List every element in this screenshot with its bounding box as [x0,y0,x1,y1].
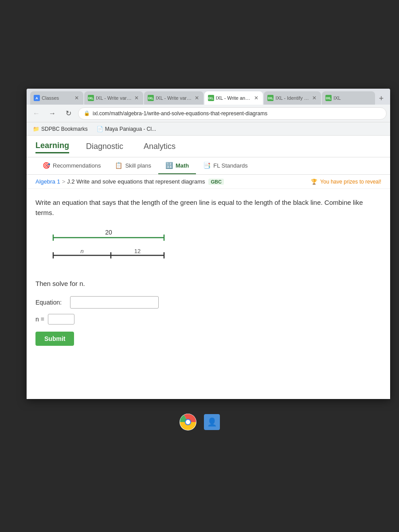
svg-point-11 [186,420,190,424]
tab-title-classes: Classes [42,95,72,101]
bookmark-maya-label: Maya Paniagua - Cl... [105,126,156,132]
tab-favicon-classes: A [34,95,40,101]
skill-plans-icon: 📋 [115,162,122,169]
prize-text: You have prizes to reveal! [320,179,381,185]
diagram-container: 20 n 12 [49,227,381,271]
breadcrumb-skill: J.2 Write and solve equations that repre… [67,178,205,185]
sub-nav-math-label: Math [176,162,189,169]
tab-title-5: IXL - Identify equiva [275,95,309,101]
n-label: n [80,248,83,254]
browser-window: A Classes ✕ IXL IXL - Write variable e ✕… [27,89,390,399]
lock-icon: 🔒 [84,110,90,116]
nav-tab-learning[interactable]: Learning [35,139,69,153]
tab-ixl-6[interactable]: IXL IXL [322,91,375,105]
tab-classes[interactable]: A Classes ✕ [30,91,83,105]
math-icon: 🔢 [165,162,173,169]
sub-nav-recommendations[interactable]: 🎯 Recommendations [35,157,108,174]
ixl-top-nav: Learning Diagnostic Analytics [27,136,390,157]
tab-ixl-2[interactable]: IXL IXL - Write variable e ✕ [84,91,143,105]
breadcrumb-course-link[interactable]: Algebra 1 [35,178,60,185]
tab-favicon-5: IXL [267,95,274,101]
nav-tab-analytics[interactable]: Analytics [140,140,179,153]
tab-close-3[interactable]: ✕ [194,94,200,102]
equation-area: Equation: n = Submit [35,296,381,346]
tab-title-6: IXL [333,95,372,101]
tab-title-2: IXL - Write variable e [96,95,132,101]
tab-close-5[interactable]: ✕ [311,94,317,102]
chrome-taskbar-icon[interactable] [179,413,197,431]
problem-area: Write an equation that says that the len… [27,189,390,355]
tab-favicon-6: IXL [325,95,332,101]
fl-standards-icon: 📑 [203,162,211,169]
forward-button[interactable]: → [46,107,59,120]
tab-favicon-2: IXL [88,95,94,101]
prize-icon: 🏆 [311,179,317,185]
bookmark-sdpbc-icon: 📁 [33,126,39,132]
tab-ixl-4-active[interactable]: IXL IXL - Write and solve ✕ [204,91,263,105]
n-input[interactable] [48,314,74,325]
tab-ixl-5[interactable]: IXL IXL - Identify equiva ✕ [264,91,321,105]
breadcrumb-separator: > [62,178,66,185]
nav-tab-diagnostic[interactable]: Diagnostic [82,140,127,153]
new-tab-button[interactable]: + [376,92,387,105]
back-button[interactable]: ← [30,107,43,120]
sub-nav-fl-standards-label: FL Standards [213,162,248,169]
solve-instruction: Then solve for n. [35,280,381,287]
n-equals-label: n = [35,316,44,323]
tab-favicon-4: IXL [208,95,214,101]
bookmark-sdpbc[interactable]: 📁 SDPBC Bookmarks [30,125,90,133]
address-bar: ← → ↻ 🔒 ixl.com/math/algebra-1/write-and… [27,105,390,122]
sub-nav: 🎯 Recommendations 📋 Skill plans 🔢 Math 📑… [27,157,390,175]
reload-button[interactable]: ↻ [62,107,74,120]
equation-input[interactable] [70,296,159,309]
tab-favicon-3: IXL [148,95,154,101]
green-line-label: 20 [105,229,112,236]
user-taskbar-icon[interactable]: 👤 [204,414,220,430]
prize-banner[interactable]: 🏆 You have prizes to reveal! [311,179,381,185]
sub-nav-fl-standards[interactable]: 📑 FL Standards [196,157,255,174]
gbc-badge: GBC [208,179,223,185]
sub-nav-skill-plans[interactable]: 📋 Skill plans [108,157,158,174]
submit-button[interactable]: Submit [35,332,74,346]
breadcrumb: Algebra 1 > J.2 Write and solve equation… [27,175,390,189]
bookmark-maya-icon: 📄 [97,126,103,132]
tab-bar: A Classes ✕ IXL IXL - Write variable e ✕… [27,89,390,105]
bookmarks-bar: 📁 SDPBC Bookmarks 📄 Maya Paniagua - Cl..… [27,122,390,136]
n-row: n = [35,314,381,325]
diagram-svg: 20 n 12 [49,227,191,271]
tab-ixl-3[interactable]: IXL IXL - Write variable e ✕ [144,91,203,105]
tab-close-4[interactable]: ✕ [253,94,259,102]
recommendations-icon: 🎯 [43,162,50,169]
tab-close-classes[interactable]: ✕ [74,94,80,102]
bookmark-sdpbc-label: SDPBC Bookmarks [41,126,88,132]
sub-nav-math[interactable]: 🔢 Math [158,157,196,174]
bookmark-maya[interactable]: 📄 Maya Paniagua - Cl... [94,125,159,133]
tab-title-4: IXL - Write and solve [216,95,252,101]
equation-label: Equation: [35,299,66,306]
sub-nav-skill-plans-label: Skill plans [125,162,151,169]
url-bar[interactable]: 🔒 ixl.com/math/algebra-1/write-and-solve… [78,107,387,120]
problem-instruction: Write an equation that says that the len… [35,198,381,218]
url-text: ixl.com/math/algebra-1/write-and-solve-e… [93,110,267,117]
breadcrumb-left: Algebra 1 > J.2 Write and solve equation… [35,178,224,185]
page-content: Learning Diagnostic Analytics 🎯 Recommen… [27,136,390,399]
tab-close-2[interactable]: ✕ [133,94,140,102]
taskbar: 👤 [0,410,399,434]
sub-nav-recommendations-label: Recommendations [53,162,101,169]
user-icon-symbol: 👤 [207,417,217,427]
equation-row: Equation: [35,296,381,309]
twelve-label: 12 [134,248,141,254]
tab-title-3: IXL - Write variable e [156,95,192,101]
